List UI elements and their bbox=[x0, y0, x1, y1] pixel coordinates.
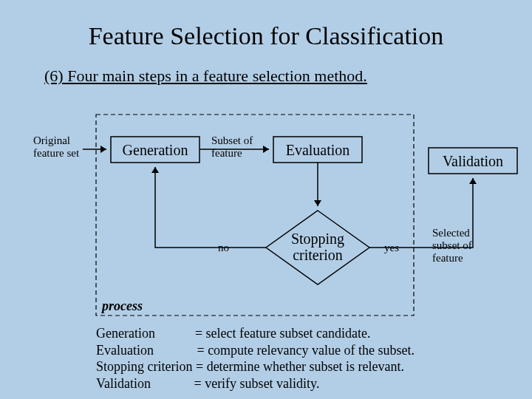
arrowhead-5 bbox=[469, 178, 477, 184]
validation-label: Validation bbox=[443, 153, 503, 169]
arrowhead-2 bbox=[263, 146, 269, 153]
stopping-label-1: Stopping bbox=[291, 231, 344, 248]
arrowhead-3 bbox=[314, 200, 321, 206]
process-label: process bbox=[100, 299, 143, 313]
selected-label-3: feature bbox=[432, 252, 463, 264]
def-validation: Validation = verify subset validity. bbox=[96, 375, 415, 392]
arrow-no-feedback bbox=[155, 167, 266, 248]
slide: Feature Selection for Classification (6)… bbox=[0, 0, 532, 399]
def-evaluation: Evaluation = compute relevancy value of … bbox=[96, 342, 415, 359]
subset-label-1: Subset of bbox=[211, 134, 253, 146]
stopping-label-2: criterion bbox=[293, 247, 343, 263]
selected-label-1: Selected bbox=[432, 227, 470, 239]
arrowhead-1 bbox=[100, 146, 106, 153]
def-generation: Generation = select feature subset candi… bbox=[96, 325, 415, 342]
definitions-block: Generation = select feature subset candi… bbox=[96, 325, 415, 392]
original-label-1: Original bbox=[33, 134, 70, 146]
selected-label-2: subset of bbox=[432, 239, 472, 251]
generation-label: Generation bbox=[123, 142, 188, 158]
original-label-2: feature set bbox=[33, 147, 80, 159]
evaluation-label: Evaluation bbox=[286, 142, 350, 158]
def-stopping: Stopping criterion = determine whether s… bbox=[96, 358, 415, 375]
arrowhead-4 bbox=[151, 167, 159, 173]
